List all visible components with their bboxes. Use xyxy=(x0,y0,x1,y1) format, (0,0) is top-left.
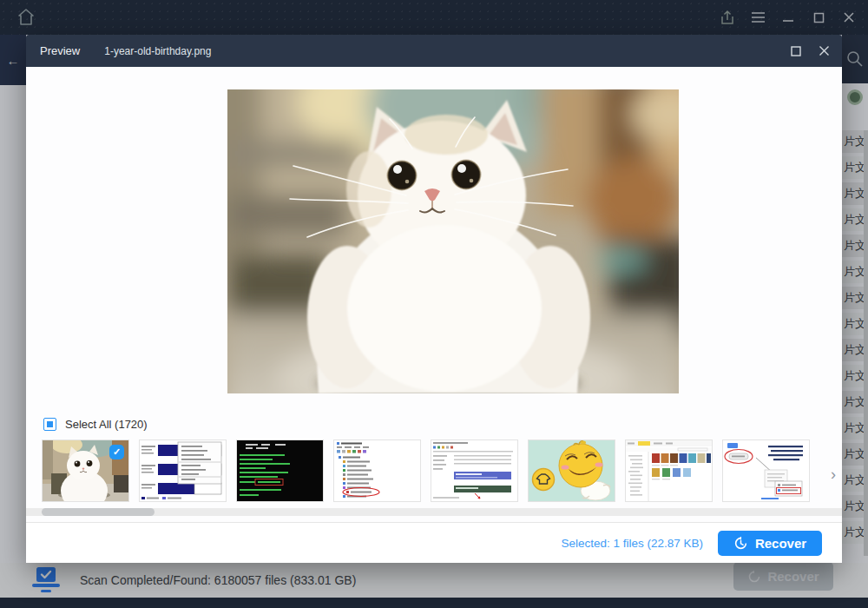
thumbnail-partition-list-screenshot[interactable] xyxy=(431,439,518,502)
modal-maximize-button[interactable] xyxy=(785,35,807,67)
select-all-checkbox[interactable] xyxy=(43,418,56,431)
modal-header: Preview 1-year-old-birthday.png xyxy=(26,35,842,67)
modal-filename: 1-year-old-birthday.png xyxy=(104,45,211,57)
selected-summary: Selected: 1 files (22.87 KB) xyxy=(561,537,703,550)
thumbnail-strip: ✓ xyxy=(42,439,810,502)
modal-close-button[interactable] xyxy=(812,35,835,67)
recover-button[interactable]: Recover xyxy=(718,531,822,556)
modal-footer: Selected: 1 files (22.87 KB) Recover xyxy=(26,522,842,563)
thumbnail-recovery-diagram-screenshot[interactable] xyxy=(722,439,810,502)
thumbnail-device-manager-screenshot[interactable] xyxy=(333,439,421,502)
recover-history-icon xyxy=(733,536,748,551)
thumbnail-emoji-cartoon[interactable] xyxy=(528,439,615,502)
select-all-row: Select All (1720) xyxy=(43,418,148,431)
preview-modal: Preview 1-year-old-birthday.png xyxy=(26,35,842,563)
thumbnail-file-explorer-screenshot[interactable] xyxy=(625,439,713,502)
thumbnail-scrollbar-thumb[interactable] xyxy=(42,508,155,516)
app-window: ← 片文片文片文片文片文片文片文片文片文片文片文片文片文片文片文片文 Scan … xyxy=(0,0,868,608)
modal-title: Preview xyxy=(40,44,80,57)
thumbnail-terminal-screenshot[interactable] xyxy=(236,439,324,502)
selected-check-badge: ✓ xyxy=(109,445,124,459)
thumbnail-disk-management-screenshot[interactable] xyxy=(139,439,227,502)
select-all-label: Select All (1720) xyxy=(65,418,148,431)
thumbnails-next-button[interactable]: › xyxy=(825,465,841,484)
thumbnail-scrollbar-track[interactable] xyxy=(26,508,842,516)
preview-image-cat xyxy=(227,89,679,393)
thumbnail-cat-photo[interactable]: ✓ xyxy=(42,439,129,502)
